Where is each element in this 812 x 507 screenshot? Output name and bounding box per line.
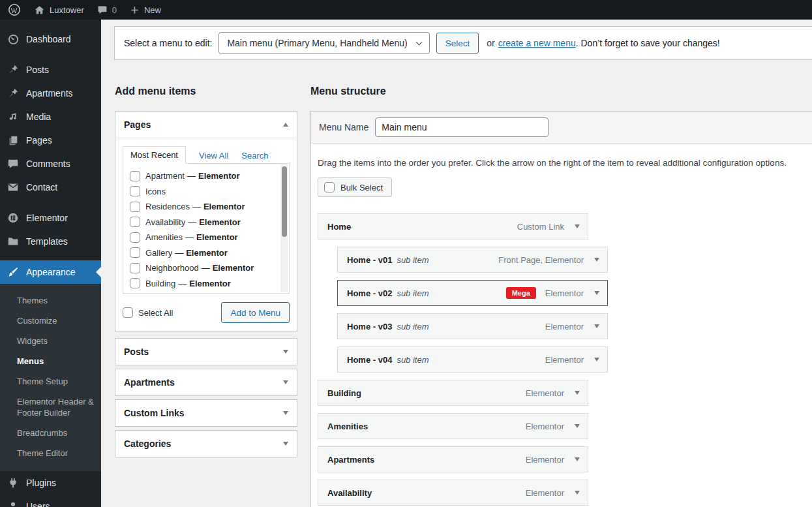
sidebar-subitem-widgets[interactable]: Widgets — [0, 331, 101, 351]
categories-postbox-header[interactable]: Categories — [115, 431, 297, 457]
page-checklist-item[interactable]: Residences—Elementor — [130, 199, 277, 215]
sidebar-item-media[interactable]: Media — [0, 105, 101, 129]
sidebar-subitem-menus[interactable]: Menus — [0, 351, 101, 371]
sidebar-item-label: Media — [26, 112, 51, 122]
page-checklist-item[interactable]: Gallery—Elementor — [130, 245, 277, 261]
new-content-menu[interactable]: New — [130, 5, 161, 15]
checkbox[interactable] — [130, 217, 140, 227]
item-options-arrow-icon[interactable] — [594, 291, 599, 295]
sidebar-item-comments[interactable]: Comments — [0, 152, 101, 176]
item-options-arrow-icon[interactable] — [594, 324, 599, 328]
admin-sidebar: Dashboard Posts Apartments Media Pages C… — [0, 20, 101, 507]
bulk-select-checkbox[interactable] — [324, 182, 335, 192]
select-all-label: Select All — [138, 308, 173, 318]
expand-arrow-icon[interactable] — [283, 350, 288, 354]
admin-bar: Luxtower 0 New — [0, 0, 812, 20]
menu-item-row-amenities[interactable]: Amenities Elementor — [318, 413, 588, 439]
sidebar-subitem-theme-setup[interactable]: Theme Setup — [0, 371, 101, 392]
scrollbar-track[interactable] — [280, 164, 288, 292]
drag-instructions: Drag the items into the order you prefer… — [318, 157, 805, 169]
tab-most-recent[interactable]: Most Recent — [123, 146, 186, 164]
sidebar-item-elementor[interactable]: Elementor — [0, 206, 101, 230]
item-options-arrow-icon[interactable] — [575, 457, 580, 461]
sidebar-subitem-theme-editor[interactable]: Theme Editor — [0, 443, 101, 463]
scrollbar-thumb[interactable] — [282, 166, 287, 237]
checkbox[interactable] — [130, 247, 140, 258]
page-checklist-item[interactable]: Amenities—Elementor — [130, 230, 277, 245]
sidebar-subitem-customize[interactable]: Customize — [0, 311, 101, 331]
menu-item-row-home-v01[interactable]: Home - v01 sub item Front Page, Elemento… — [337, 247, 608, 273]
pages-icon — [7, 134, 20, 147]
menu-item-row-building[interactable]: Building Elementor — [318, 380, 588, 406]
bulk-select-control[interactable]: Bulk Select — [318, 177, 392, 197]
sidebar-item-pages[interactable]: Pages — [0, 129, 101, 152]
menu-item-row-home-v02[interactable]: Home - v02 sub item Mega Elementor — [337, 280, 608, 306]
apartments-postbox-header[interactable]: Apartments — [115, 369, 297, 395]
comments-shortcut[interactable]: 0 — [97, 5, 117, 15]
pushpin-icon — [7, 87, 20, 100]
plug-icon — [7, 476, 20, 489]
pages-postbox-body: Most Recent View All Search Apartment—El… — [115, 138, 297, 331]
visit-site-link[interactable]: Luxtower — [34, 5, 84, 16]
checkbox[interactable] — [130, 278, 140, 288]
menu-item-row-home[interactable]: Home Custom Link — [318, 213, 588, 239]
item-options-arrow-icon[interactable] — [594, 358, 599, 361]
sidebar-subitem-elementor-header-footer-builder[interactable]: Elementor Header & Footer Builder — [0, 392, 101, 423]
checkbox[interactable] — [130, 186, 140, 196]
select-all-control[interactable]: Select All — [123, 307, 173, 318]
menu-item-row-availability[interactable]: Availability Elementor — [318, 480, 588, 506]
menu-select-toolbar: Select a menu to edit: Main menu (Primar… — [114, 26, 812, 60]
sidebar-item-label: Apartments — [26, 88, 73, 99]
item-options-arrow-icon[interactable] — [575, 391, 580, 395]
home-icon — [34, 5, 45, 16]
menu-name-label: Menu Name — [319, 122, 368, 132]
pages-postbox-header[interactable]: Pages — [115, 112, 297, 138]
page-checklist-item[interactable]: Apartment—Elementor — [130, 168, 277, 184]
tab-search[interactable]: Search — [241, 147, 268, 164]
checkbox[interactable] — [130, 232, 140, 243]
add-to-menu-button[interactable]: Add to Menu — [221, 302, 290, 323]
item-options-arrow-icon[interactable] — [594, 258, 599, 262]
sidebar-item-appearance[interactable]: Appearance — [0, 260, 101, 284]
tab-view-all[interactable]: View All — [199, 147, 228, 164]
sidebar-item-users[interactable]: Users — [0, 495, 101, 507]
menu-item-row-home-v03[interactable]: Home - v03 sub item Elementor — [337, 313, 608, 339]
expand-arrow-icon[interactable] — [283, 380, 288, 384]
menu-item-row-apartments[interactable]: Apartments Elementor — [318, 446, 588, 472]
sidebar-subitem-themes[interactable]: Themes — [0, 290, 101, 311]
sidebar-item-dashboard[interactable]: Dashboard — [0, 27, 101, 51]
item-options-arrow-icon[interactable] — [575, 424, 580, 428]
add-menu-items-column: Pages Most Recent View All Search Apartm… — [115, 111, 297, 457]
sidebar-item-apartments[interactable]: Apartments — [0, 82, 101, 105]
menu-name-input[interactable] — [375, 117, 549, 137]
select-all-checkbox[interactable] — [123, 307, 133, 318]
page-checklist-item[interactable]: Icons — [130, 184, 277, 200]
checkbox[interactable] — [130, 263, 140, 273]
custom-links-postbox-header[interactable]: Custom Links — [115, 400, 297, 426]
select-menu-button[interactable]: Select — [436, 33, 479, 54]
expand-arrow-icon[interactable] — [283, 411, 288, 415]
menu-item-row-home-v04[interactable]: Home - v04 sub item Elementor — [337, 346, 608, 373]
menu-select-dropdown[interactable]: Main menu (Primary Menu, Handheld Menu) — [218, 32, 429, 54]
item-options-arrow-icon[interactable] — [575, 491, 580, 495]
pushpin-icon — [7, 63, 20, 76]
collapse-arrow-icon[interactable] — [283, 123, 288, 127]
expand-arrow-icon[interactable] — [283, 442, 288, 446]
checkbox[interactable] — [130, 171, 140, 181]
wordpress-logo-menu[interactable] — [8, 3, 21, 16]
sidebar-subitem-breadcrumbs[interactable]: Breadcrumbs — [0, 423, 101, 443]
sidebar-item-label: Appearance — [26, 267, 76, 277]
posts-postbox-header[interactable]: Posts — [115, 339, 297, 365]
page-checklist-item[interactable]: Availability—Elementor — [130, 215, 277, 230]
sidebar-item-posts[interactable]: Posts — [0, 58, 101, 82]
checkbox[interactable] — [130, 202, 140, 212]
create-new-menu-link[interactable]: create a new menu — [498, 38, 576, 48]
paintbrush-icon — [7, 266, 20, 279]
sidebar-item-plugins[interactable]: Plugins — [0, 471, 101, 495]
sidebar-item-contact[interactable]: Contact — [0, 176, 101, 199]
item-options-arrow-icon[interactable] — [575, 224, 580, 228]
page-checklist-item[interactable]: Building—Elementor — [130, 276, 277, 292]
sidebar-item-templates[interactable]: Templates — [0, 230, 101, 253]
page-checklist-item[interactable]: Neighborhood—Elementor — [130, 260, 277, 276]
plus-icon — [130, 5, 140, 15]
